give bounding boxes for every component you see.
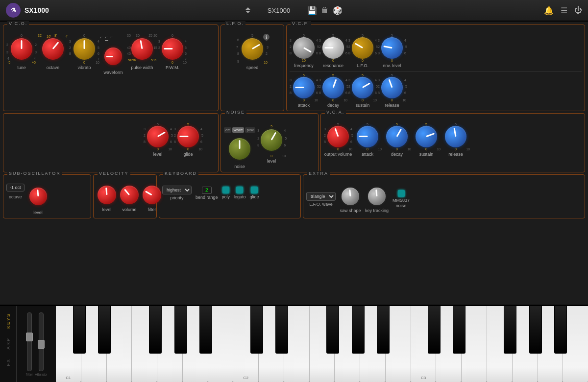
mm5837-group: MM5837noise — [392, 190, 410, 209]
waveform-knob[interactable] — [104, 48, 122, 65]
keyboard-label: KEYBOARD — [163, 171, 198, 176]
priority-group: highest priority — [162, 186, 192, 200]
vca-decay-knob[interactable] — [386, 126, 408, 147]
vco-section: V.C.O. 0 2 2 3 3 4 4 -5 +5 — [3, 24, 219, 111]
vcf-sustain-group: 5 4 5 6 3 2 8 0 10 sustain — [348, 73, 377, 108]
key-cs3[interactable] — [428, 306, 441, 354]
tune-group: 0 2 2 3 3 4 4 -5 +5 tune — [6, 34, 37, 70]
kb-glide-led[interactable] — [251, 187, 258, 193]
vcf-section: V.C.F. 5 4 5 6 3 2 8 10 — [286, 24, 585, 111]
legato-group: legato — [234, 187, 246, 199]
mm5837-led[interactable] — [398, 190, 405, 197]
preset-up-arrow[interactable] — [245, 7, 250, 10]
legato-led[interactable] — [236, 187, 243, 193]
vca-release-group: 5 0 10 release — [441, 122, 470, 157]
sub-level-knob[interactable] — [29, 188, 47, 205]
vca-sustain-knob[interactable] — [416, 126, 437, 147]
vcf-attack-knob[interactable] — [293, 77, 315, 98]
app-title: SX1000 — [24, 6, 49, 14]
vibrato-slider-thumb[interactable] — [38, 340, 45, 349]
vcf-sustain-label: sustain — [356, 103, 370, 108]
vel-filter-label: filter — [147, 207, 156, 212]
noise-pink-btn[interactable]: pink — [245, 127, 255, 133]
output-vol-knob[interactable] — [327, 126, 349, 147]
vca-label: V.C.A. — [325, 110, 346, 115]
noise-type-knob[interactable] — [229, 138, 250, 160]
vibrato-slider[interactable] — [39, 312, 44, 371]
key-fs1[interactable] — [149, 306, 162, 354]
poly-led[interactable] — [222, 187, 229, 193]
key-as3[interactable] — [554, 306, 567, 354]
save-icon[interactable]: 💾 — [307, 6, 317, 15]
key-gs3[interactable] — [529, 306, 542, 354]
tab-arp[interactable]: ARP — [4, 334, 13, 354]
vcf-freq-knob[interactable] — [293, 37, 315, 59]
pulse-width-group: 35 30 25 20 40 45 50% 15 5% pulse width — [127, 34, 157, 70]
saw-shape-group: saw shape — [340, 186, 361, 213]
key-ds1[interactable] — [98, 306, 111, 354]
key-gs2[interactable] — [352, 306, 365, 354]
tune-knob[interactable] — [11, 38, 32, 60]
key-fs2[interactable] — [326, 306, 339, 354]
wave-btn-2[interactable]: ⌐ — [105, 34, 108, 41]
noise-knob-label: noise — [234, 164, 245, 169]
lfo-wave-select[interactable]: triangle — [306, 192, 336, 201]
vca-attack-knob[interactable] — [357, 126, 378, 147]
key-ds2[interactable] — [275, 306, 288, 354]
vcf-release-knob[interactable] — [381, 77, 403, 98]
noise-white-btn[interactable]: white — [232, 127, 245, 133]
vel-volume-knob[interactable] — [120, 186, 139, 204]
bell-icon[interactable]: 🔔 — [544, 6, 554, 15]
noise-section: NOISE off white pink noise — [220, 113, 318, 172]
vibrato-knob[interactable] — [74, 38, 95, 60]
key-cs2[interactable] — [250, 306, 263, 354]
key-ds3[interactable] — [453, 306, 466, 354]
vcf-sustain-knob[interactable] — [352, 77, 373, 98]
priority-select[interactable]: highest — [162, 186, 192, 194]
lfo-info-btn[interactable]: ℹ — [263, 34, 270, 40]
vca-release-knob[interactable] — [445, 126, 466, 147]
glide-knob[interactable] — [177, 126, 199, 147]
pwm-group: 0 4 5 6 7 3 2 0 10 P.W.M. — [158, 34, 187, 70]
app-logo: ⚗ — [6, 3, 21, 18]
vcf-lfo-knob[interactable] — [352, 37, 373, 59]
vel-level-label: level — [102, 207, 112, 212]
pulse-width-knob[interactable] — [131, 38, 153, 60]
wave-btn-3[interactable]: ⌐ — [110, 34, 113, 41]
pulse-width-label: pulse width — [131, 65, 153, 70]
tab-fx[interactable]: FX — [4, 355, 13, 370]
key-cs1[interactable] — [73, 306, 86, 354]
vcf-decay-label: decay — [327, 103, 339, 108]
key-as1[interactable] — [199, 306, 212, 354]
preset-arrows[interactable] — [245, 7, 250, 13]
power-icon[interactable]: ⏻ — [574, 6, 582, 15]
legato-label: legato — [234, 194, 246, 199]
preset-down-arrow[interactable] — [245, 11, 250, 13]
key-as2[interactable] — [377, 306, 390, 354]
filter-slider[interactable] — [27, 312, 32, 371]
key-fs3[interactable] — [504, 306, 516, 354]
vcf-decay-knob[interactable] — [322, 77, 344, 98]
noise-off-btn[interactable]: off — [224, 127, 231, 133]
noise-level-knob[interactable] — [261, 129, 282, 151]
random-icon[interactable]: 🎲 — [333, 6, 343, 15]
vcf-env-knob[interactable] — [381, 37, 403, 59]
vcf-freq-group: 5 4 5 6 3 2 8 10 frequency — [290, 34, 318, 68]
tab-keys[interactable]: KEYS — [4, 309, 13, 333]
sub-oct-display[interactable]: -1 oct — [6, 184, 24, 191]
lfo-speed-knob[interactable] — [242, 38, 263, 60]
key-gs1[interactable] — [174, 306, 187, 354]
octave-knob[interactable] — [42, 38, 64, 60]
vcf-res-knob[interactable] — [322, 37, 344, 59]
wave-btn-1[interactable]: ⌐ — [100, 34, 103, 41]
menu-icon[interactable]: ☰ — [561, 6, 567, 15]
key-tracking-knob[interactable] — [368, 188, 386, 205]
vel-level-knob[interactable] — [98, 186, 116, 204]
filter-slider-thumb[interactable] — [26, 333, 33, 341]
delete-icon[interactable]: 🗑 — [321, 6, 329, 15]
vca-release-label: release — [448, 152, 463, 157]
saw-shape-knob[interactable] — [342, 188, 359, 205]
pwm-knob[interactable] — [162, 38, 183, 60]
vcf-lfo-label: L.F.O. — [357, 63, 368, 68]
vco-level-knob[interactable] — [147, 126, 169, 147]
